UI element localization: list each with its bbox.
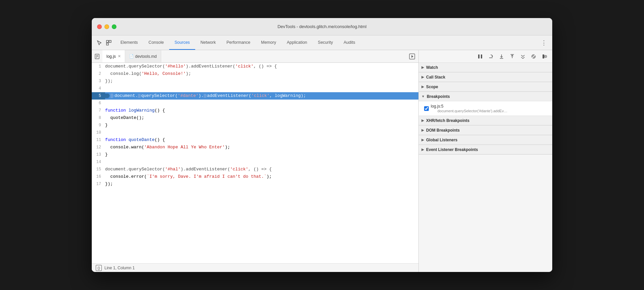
tab-console[interactable]: Console [143,35,169,50]
tab-audits[interactable]: Audits [338,35,361,50]
tab-bar-right: ⋮ [538,35,552,50]
tab-sources[interactable]: Sources [169,35,195,50]
svg-rect-1 [109,40,111,42]
code-editor: 1 document.querySelector('#hello').addEv… [92,63,418,263]
breakpoints-header[interactable]: ▼ Breakpoints [419,92,552,101]
run-snippet-icon[interactable] [408,53,416,60]
scope-label: Scope [426,85,438,89]
file-tab-logjs-close[interactable]: ✕ [118,54,121,58]
callstack-header[interactable]: ▶ Call Stack [419,72,552,82]
tab-application[interactable]: Application [281,35,312,50]
file-tabs: log.js ✕ 📄 devtools.md [92,50,418,63]
svg-rect-9 [478,54,479,58]
event-listener-breakpoints-section: ▶ Event Listener Breakpoints [419,145,552,155]
inspect-icon[interactable] [105,39,112,46]
code-line-2: 2 console.log('Hello, Console!'); [92,70,418,78]
deactivate-breakpoints-button[interactable] [530,52,538,60]
breakpoint-checkbox-1[interactable] [424,106,429,111]
svg-rect-2 [106,43,108,45]
scope-chevron: ▶ [421,85,424,89]
code-line-17: 17 }); [92,180,418,188]
step-over-button[interactable] [487,52,495,60]
xhr-breakpoints-label: XHR/fetch Breakpoints [426,118,469,123]
xhr-breakpoints-section: ▶ XHR/fetch Breakpoints [419,116,552,126]
code-line-9: 9 } [92,122,418,129]
minimize-button[interactable] [104,24,109,29]
devtools-window: DevTools - devtools.glitch.me/console/lo… [92,18,552,272]
traffic-lights [97,24,116,29]
tab-memory[interactable]: Memory [256,35,281,50]
tab-performance[interactable]: Performance [221,35,256,50]
code-line-3: 3 }); [92,78,418,85]
watch-section: ▶ Watch [419,63,552,72]
svg-point-19 [544,55,547,58]
callstack-section: ▶ Call Stack [419,72,552,82]
code-line-15: 15 document.querySelector('#hal').addEve… [92,166,418,173]
debugger-toolbar [419,50,552,63]
breakpoints-section: ▼ Breakpoints log.js:5 document.querySel… [419,92,552,116]
event-listener-breakpoints-header[interactable]: ▶ Event Listener Breakpoints [419,145,552,154]
file-tab-logjs[interactable]: log.js ✕ [102,50,125,62]
file-tabs-right [408,50,418,62]
code-line-7: 7 function logWarning() { [92,107,418,114]
code-line-12: 12 console.warn('Abandon Hope All Ye Who… [92,144,418,151]
pause-on-exception-button[interactable] [540,52,548,60]
xhr-chevron: ▶ [421,119,424,122]
watch-label: Watch [426,65,438,70]
pause-resume-button[interactable] [476,52,484,60]
dom-breakpoints-section: ▶ DOM Breakpoints [419,126,552,135]
file-panel-icon[interactable] [92,50,102,62]
fullscreen-button[interactable] [112,24,116,29]
event-listener-chevron: ▶ [421,148,424,151]
step-out-button[interactable] [508,52,516,60]
left-panel: log.js ✕ 📄 devtools.md [92,50,419,272]
tab-bar: Elements Console Sources Network Perform… [92,35,552,50]
code-line-16: 16 console.error(`I'm sorry, Dave. I'm a… [92,173,418,180]
event-listener-breakpoints-label: Event Listener Breakpoints [426,147,478,152]
code-line-10: 10 [92,129,418,136]
dom-breakpoints-label: DOM Breakpoints [426,128,460,133]
code-line-8: 8 quoteDante(); [92,114,418,122]
scope-header[interactable]: ▶ Scope [419,82,552,92]
svg-marker-8 [411,55,413,58]
svg-rect-0 [106,40,108,42]
global-listeners-section: ▶ Global Listeners [419,135,552,145]
file-tab-logjs-name: log.js [106,54,116,59]
tab-elements[interactable]: Elements [115,35,143,50]
code-line-14: 14 [92,158,418,166]
global-listeners-header[interactable]: ▶ Global Listeners [419,135,552,145]
watch-header[interactable]: ▶ Watch [419,63,552,72]
dom-breakpoints-header[interactable]: ▶ DOM Breakpoints [419,126,552,135]
callstack-chevron: ▶ [421,75,424,79]
scope-section: ▶ Scope [419,82,552,92]
close-button[interactable] [97,24,102,29]
code-line-11: 11 function quoteDante() { [92,136,418,144]
dom-chevron: ▶ [421,128,424,132]
more-options-button[interactable]: ⋮ [538,38,550,48]
tab-network[interactable]: Network [195,35,221,50]
code-line-13: 13 } [92,151,418,158]
tab-bar-icons [93,35,115,50]
xhr-breakpoints-header[interactable]: ▶ XHR/fetch Breakpoints [419,116,552,125]
svg-rect-18 [543,54,544,58]
right-panel: ▶ Watch ▶ Call Stack ▶ Scope [419,50,552,272]
cursor-icon[interactable] [96,39,103,46]
format-icon[interactable]: {} [96,265,102,271]
breakpoints-label: Breakpoints [427,94,450,99]
breakpoints-chevron: ▼ [421,95,425,98]
file-tab-devtoolsmd[interactable]: 📄 devtools.md [125,50,161,62]
tab-security[interactable]: Security [313,35,338,50]
cursor-position: Line 1, Column 1 [104,266,135,270]
watch-chevron: ▶ [421,65,424,69]
file-md-icon: 📄 [129,54,134,58]
global-listeners-chevron: ▶ [421,138,424,142]
svg-rect-10 [481,54,482,58]
breakpoint-code-preview: document.querySelector('#dante').addEv… [431,109,508,113]
step-button[interactable] [519,52,527,60]
breakpoint-item-1[interactable]: log.js:5 document.querySelector('#dante'… [419,103,552,114]
step-into-button[interactable] [498,52,506,60]
code-line-1: 1 document.querySelector('#hello').addEv… [92,63,418,70]
status-bar: {} Line 1, Column 1 [92,263,418,272]
code-line-6: 6 [92,100,418,107]
callstack-label: Call Stack [426,75,445,80]
